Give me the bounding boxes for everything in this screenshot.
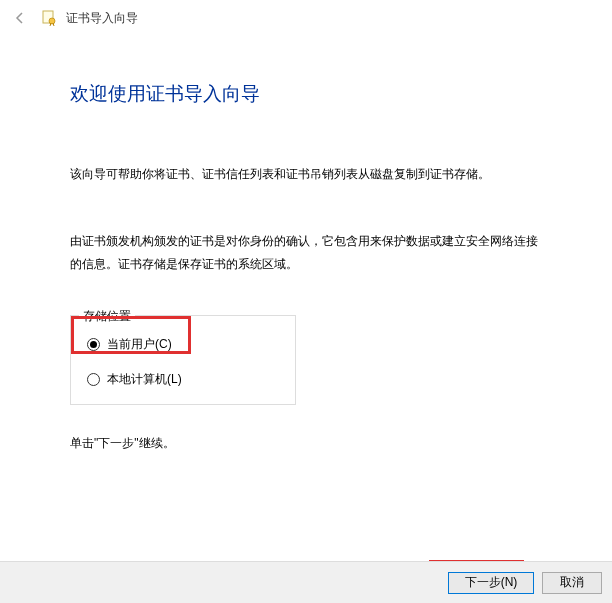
intro-paragraph-1: 该向导可帮助你将证书、证书信任列表和证书吊销列表从磁盘复制到证书存储。 [70,163,542,186]
header-title: 证书导入向导 [66,10,138,27]
store-location-fieldset: 存储位置 当前用户(C) 本地计算机(L) [70,315,296,405]
radio-icon [87,373,100,386]
back-arrow-icon[interactable] [10,8,30,28]
certificate-icon [40,9,58,27]
continue-hint: 单击"下一步"继续。 [70,435,542,452]
radio-label-current-user: 当前用户(C) [107,336,172,353]
intro-paragraph-2: 由证书颁发机构颁发的证书是对你身份的确认，它包含用来保护数据或建立安全网络连接的… [70,230,542,276]
radio-current-user[interactable]: 当前用户(C) [83,334,283,355]
fieldset-legend: 存储位置 [79,308,135,325]
radio-label-local-machine: 本地计算机(L) [107,371,182,388]
radio-icon [87,338,100,351]
svg-point-1 [49,18,55,24]
page-title: 欢迎使用证书导入向导 [70,81,542,107]
wizard-footer: 下一步(N) 取消 [0,561,612,603]
radio-local-machine[interactable]: 本地计算机(L) [83,369,283,390]
wizard-content: 欢迎使用证书导入向导 该向导可帮助你将证书、证书信任列表和证书吊销列表从磁盘复制… [0,36,612,452]
wizard-header: 证书导入向导 [0,0,612,36]
cancel-button[interactable]: 取消 [542,572,602,594]
next-button[interactable]: 下一步(N) [448,572,534,594]
